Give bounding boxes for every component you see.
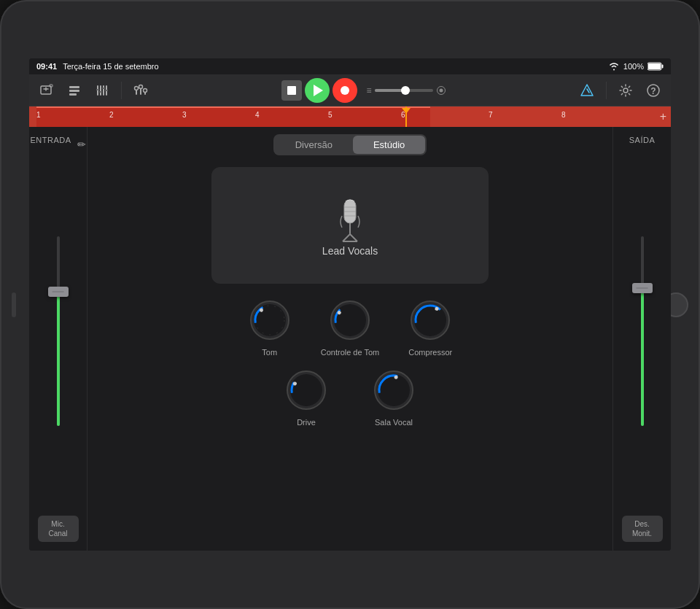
side-button[interactable] <box>12 292 16 317</box>
svg-point-51 <box>290 374 322 406</box>
panel-saida: SAÍDA Des. Monit. <box>612 127 671 551</box>
volume-knob[interactable] <box>401 86 410 95</box>
ruler-mark-5: 5 <box>328 111 332 119</box>
monit-label: Monit. <box>632 529 652 538</box>
status-time: 09:41 <box>36 62 57 71</box>
canal-label: Canal <box>48 529 67 538</box>
monit-button[interactable]: Des. Monit. <box>622 516 663 542</box>
compressor-knob[interactable] <box>408 298 452 342</box>
entrada-fader-knob[interactable] <box>48 287 69 297</box>
volume-low-icon: ≡ <box>366 85 371 96</box>
toolbar-separator2 <box>606 82 607 99</box>
tab-estudio[interactable]: Estúdio <box>353 136 425 154</box>
status-date: Terça-feira 15 de setembro <box>63 62 158 71</box>
svg-point-55 <box>378 374 410 406</box>
tom-knob[interactable] <box>248 298 292 342</box>
sala-vocal-knob[interactable] <box>372 368 416 412</box>
metronome-button[interactable] <box>575 79 599 102</box>
ruler-mark-8: 8 <box>561 111 566 119</box>
playhead-marker <box>402 108 411 114</box>
tab-diversao[interactable]: Diversão <box>275 136 353 154</box>
equalizer-button[interactable] <box>129 79 152 102</box>
ruler-mark-4: 4 <box>255 111 260 119</box>
volume-slider[interactable]: ≡ <box>366 85 446 96</box>
des-label: Des. <box>634 519 650 529</box>
knob-item-tom: Tom <box>248 298 292 357</box>
svg-rect-15 <box>105 90 108 91</box>
saida-fader-knob[interactable] <box>632 283 653 293</box>
svg-point-47 <box>414 304 446 336</box>
svg-rect-12 <box>96 89 99 90</box>
mic-canal-button[interactable]: Mic. Canal <box>38 516 79 542</box>
knob-item-drive: Drive <box>284 368 328 427</box>
drive-label: Drive <box>297 418 316 427</box>
knob-item-compressor: Compressor <box>408 298 452 357</box>
saida-fader-track[interactable] <box>641 236 644 426</box>
knobs-row-1: Tom Controle de Tom <box>248 298 453 357</box>
svg-point-19 <box>139 85 143 88</box>
svg-rect-6 <box>69 90 79 92</box>
main-content: ENTRADA ✏ Mic. Canal Diver <box>29 127 671 551</box>
battery-label: 100% <box>623 62 644 71</box>
svg-rect-9 <box>100 85 101 96</box>
svg-line-25 <box>587 89 589 93</box>
tom-label: Tom <box>262 348 277 357</box>
svg-point-21 <box>144 88 147 92</box>
compressor-label: Compressor <box>408 348 452 357</box>
timeline[interactable]: 1 2 3 4 5 6 7 8 + <box>29 106 671 127</box>
transport-controls: ≡ <box>281 78 446 103</box>
status-bar: 09:41 Terça-feira 15 de setembro 100% <box>29 58 671 74</box>
ruler-mark-1: 1 <box>36 111 41 119</box>
svg-line-30 <box>350 234 357 241</box>
stop-button[interactable] <box>281 80 302 101</box>
ruler-mark-3: 3 <box>182 111 187 119</box>
svg-line-29 <box>343 234 350 241</box>
ruler-mark-7: 7 <box>489 111 493 119</box>
panel-center: Diversão Estúdio <box>88 127 612 551</box>
saida-fader-fill <box>641 289 644 425</box>
settings-button[interactable] <box>614 79 637 102</box>
screen: 09:41 Terça-feira 15 de setembro 100% <box>29 58 671 551</box>
svg-point-23 <box>439 88 443 92</box>
knob-item-controle-tom: Controle de Tom <box>321 298 380 357</box>
controle-tom-knob[interactable] <box>328 298 372 342</box>
toolbar: ≡ <box>29 74 671 106</box>
entrada-fader-container <box>29 153 87 508</box>
new-track-button[interactable] <box>35 79 58 102</box>
knobs-row-2: Drive Sala Vocal <box>284 368 416 427</box>
svg-point-17 <box>135 86 139 90</box>
play-button[interactable] <box>305 78 330 103</box>
mic-label: Mic. <box>51 519 64 529</box>
knob-item-sala-vocal: Sala Vocal <box>372 368 416 427</box>
drive-knob[interactable] <box>284 368 328 412</box>
svg-point-26 <box>623 88 628 93</box>
instrument-display: Lead Vocals <box>211 167 489 284</box>
tab-switcher: Diversão Estúdio <box>273 134 427 155</box>
svg-rect-10 <box>103 85 104 96</box>
svg-rect-5 <box>69 86 79 88</box>
microphone-icon <box>332 194 368 245</box>
entrada-fader-fill <box>57 293 60 426</box>
svg-rect-1 <box>662 65 664 69</box>
saida-fader-container <box>613 153 671 508</box>
add-track-button[interactable]: + <box>660 110 666 123</box>
panel-entrada: ENTRADA ✏ Mic. Canal <box>29 127 88 551</box>
svg-rect-13 <box>99 91 102 93</box>
battery-icon <box>648 62 664 71</box>
controle-tom-label: Controle de Tom <box>321 348 380 357</box>
help-button[interactable]: ? <box>642 79 665 102</box>
entrada-label: ENTRADA <box>30 136 71 144</box>
entrada-fader-track[interactable] <box>57 236 60 426</box>
record-button[interactable] <box>332 78 357 103</box>
volume-track[interactable] <box>375 89 433 92</box>
svg-marker-24 <box>581 85 593 96</box>
wifi-icon <box>608 62 620 71</box>
playhead <box>405 106 407 127</box>
status-right: 100% <box>608 62 664 71</box>
instrument-name: Lead Vocals <box>322 245 378 257</box>
mixer-button[interactable] <box>90 79 114 102</box>
tracks-view-button[interactable] <box>63 79 86 102</box>
svg-point-43 <box>334 304 366 336</box>
saida-label: SAÍDA <box>629 136 656 144</box>
pencil-icon[interactable]: ✏ <box>77 139 86 150</box>
